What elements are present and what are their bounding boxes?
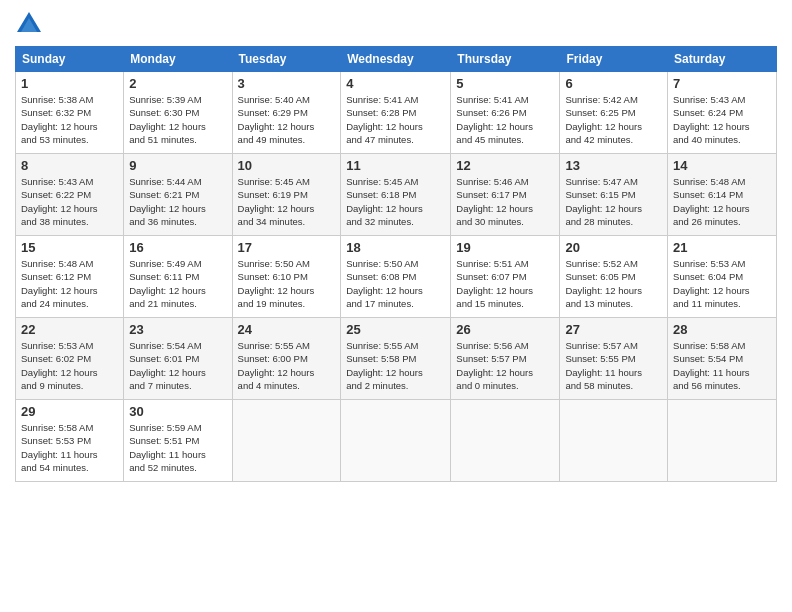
- day-info: Sunrise: 5:58 AMSunset: 5:54 PMDaylight:…: [673, 339, 771, 392]
- calendar-header-sunday: Sunday: [16, 47, 124, 72]
- calendar-cell: 16Sunrise: 5:49 AMSunset: 6:11 PMDayligh…: [124, 236, 232, 318]
- day-info: Sunrise: 5:52 AMSunset: 6:05 PMDaylight:…: [565, 257, 662, 310]
- day-info: Sunrise: 5:59 AMSunset: 5:51 PMDaylight:…: [129, 421, 226, 474]
- day-number: 28: [673, 322, 771, 337]
- calendar-cell: 15Sunrise: 5:48 AMSunset: 6:12 PMDayligh…: [16, 236, 124, 318]
- day-number: 16: [129, 240, 226, 255]
- calendar-week-3: 15Sunrise: 5:48 AMSunset: 6:12 PMDayligh…: [16, 236, 777, 318]
- calendar-week-1: 1Sunrise: 5:38 AMSunset: 6:32 PMDaylight…: [16, 72, 777, 154]
- logo: [15, 10, 47, 38]
- calendar-header-thursday: Thursday: [451, 47, 560, 72]
- day-number: 23: [129, 322, 226, 337]
- calendar-cell: 8Sunrise: 5:43 AMSunset: 6:22 PMDaylight…: [16, 154, 124, 236]
- day-number: 3: [238, 76, 336, 91]
- day-info: Sunrise: 5:50 AMSunset: 6:08 PMDaylight:…: [346, 257, 445, 310]
- day-number: 15: [21, 240, 118, 255]
- calendar-cell: 21Sunrise: 5:53 AMSunset: 6:04 PMDayligh…: [668, 236, 777, 318]
- calendar-week-2: 8Sunrise: 5:43 AMSunset: 6:22 PMDaylight…: [16, 154, 777, 236]
- day-number: 11: [346, 158, 445, 173]
- day-number: 27: [565, 322, 662, 337]
- day-number: 24: [238, 322, 336, 337]
- calendar-cell: 1Sunrise: 5:38 AMSunset: 6:32 PMDaylight…: [16, 72, 124, 154]
- day-number: 19: [456, 240, 554, 255]
- calendar-header-saturday: Saturday: [668, 47, 777, 72]
- header: [15, 10, 777, 38]
- calendar-cell: 18Sunrise: 5:50 AMSunset: 6:08 PMDayligh…: [341, 236, 451, 318]
- day-number: 12: [456, 158, 554, 173]
- day-number: 17: [238, 240, 336, 255]
- calendar-cell: 12Sunrise: 5:46 AMSunset: 6:17 PMDayligh…: [451, 154, 560, 236]
- calendar-cell: 14Sunrise: 5:48 AMSunset: 6:14 PMDayligh…: [668, 154, 777, 236]
- day-number: 9: [129, 158, 226, 173]
- calendar-header-tuesday: Tuesday: [232, 47, 341, 72]
- calendar-cell: 25Sunrise: 5:55 AMSunset: 5:58 PMDayligh…: [341, 318, 451, 400]
- calendar-cell: 13Sunrise: 5:47 AMSunset: 6:15 PMDayligh…: [560, 154, 668, 236]
- calendar-cell: 6Sunrise: 5:42 AMSunset: 6:25 PMDaylight…: [560, 72, 668, 154]
- day-info: Sunrise: 5:54 AMSunset: 6:01 PMDaylight:…: [129, 339, 226, 392]
- day-number: 18: [346, 240, 445, 255]
- calendar-cell: 22Sunrise: 5:53 AMSunset: 6:02 PMDayligh…: [16, 318, 124, 400]
- day-info: Sunrise: 5:55 AMSunset: 5:58 PMDaylight:…: [346, 339, 445, 392]
- day-number: 25: [346, 322, 445, 337]
- day-info: Sunrise: 5:45 AMSunset: 6:19 PMDaylight:…: [238, 175, 336, 228]
- logo-icon: [15, 10, 43, 38]
- day-info: Sunrise: 5:42 AMSunset: 6:25 PMDaylight:…: [565, 93, 662, 146]
- day-info: Sunrise: 5:51 AMSunset: 6:07 PMDaylight:…: [456, 257, 554, 310]
- calendar-cell: 3Sunrise: 5:40 AMSunset: 6:29 PMDaylight…: [232, 72, 341, 154]
- day-info: Sunrise: 5:45 AMSunset: 6:18 PMDaylight:…: [346, 175, 445, 228]
- day-info: Sunrise: 5:49 AMSunset: 6:11 PMDaylight:…: [129, 257, 226, 310]
- day-info: Sunrise: 5:53 AMSunset: 6:02 PMDaylight:…: [21, 339, 118, 392]
- calendar-cell: 27Sunrise: 5:57 AMSunset: 5:55 PMDayligh…: [560, 318, 668, 400]
- day-number: 13: [565, 158, 662, 173]
- calendar-table: SundayMondayTuesdayWednesdayThursdayFrid…: [15, 46, 777, 482]
- day-number: 29: [21, 404, 118, 419]
- calendar-cell: 10Sunrise: 5:45 AMSunset: 6:19 PMDayligh…: [232, 154, 341, 236]
- calendar-header-friday: Friday: [560, 47, 668, 72]
- calendar-cell: 19Sunrise: 5:51 AMSunset: 6:07 PMDayligh…: [451, 236, 560, 318]
- calendar-cell: 23Sunrise: 5:54 AMSunset: 6:01 PMDayligh…: [124, 318, 232, 400]
- calendar-cell: [560, 400, 668, 482]
- calendar-cell: 9Sunrise: 5:44 AMSunset: 6:21 PMDaylight…: [124, 154, 232, 236]
- day-info: Sunrise: 5:41 AMSunset: 6:28 PMDaylight:…: [346, 93, 445, 146]
- calendar-cell: 20Sunrise: 5:52 AMSunset: 6:05 PMDayligh…: [560, 236, 668, 318]
- calendar-header-monday: Monday: [124, 47, 232, 72]
- day-info: Sunrise: 5:43 AMSunset: 6:22 PMDaylight:…: [21, 175, 118, 228]
- day-number: 1: [21, 76, 118, 91]
- day-info: Sunrise: 5:50 AMSunset: 6:10 PMDaylight:…: [238, 257, 336, 310]
- day-number: 6: [565, 76, 662, 91]
- calendar-cell: 11Sunrise: 5:45 AMSunset: 6:18 PMDayligh…: [341, 154, 451, 236]
- calendar-cell: 5Sunrise: 5:41 AMSunset: 6:26 PMDaylight…: [451, 72, 560, 154]
- day-info: Sunrise: 5:40 AMSunset: 6:29 PMDaylight:…: [238, 93, 336, 146]
- day-info: Sunrise: 5:48 AMSunset: 6:14 PMDaylight:…: [673, 175, 771, 228]
- day-info: Sunrise: 5:58 AMSunset: 5:53 PMDaylight:…: [21, 421, 118, 474]
- day-number: 10: [238, 158, 336, 173]
- calendar-cell: [668, 400, 777, 482]
- calendar-header-wednesday: Wednesday: [341, 47, 451, 72]
- calendar-header-row: SundayMondayTuesdayWednesdayThursdayFrid…: [16, 47, 777, 72]
- day-info: Sunrise: 5:44 AMSunset: 6:21 PMDaylight:…: [129, 175, 226, 228]
- day-number: 20: [565, 240, 662, 255]
- day-number: 8: [21, 158, 118, 173]
- calendar-cell: [341, 400, 451, 482]
- day-info: Sunrise: 5:55 AMSunset: 6:00 PMDaylight:…: [238, 339, 336, 392]
- calendar-cell: [232, 400, 341, 482]
- day-info: Sunrise: 5:41 AMSunset: 6:26 PMDaylight:…: [456, 93, 554, 146]
- day-info: Sunrise: 5:38 AMSunset: 6:32 PMDaylight:…: [21, 93, 118, 146]
- day-info: Sunrise: 5:47 AMSunset: 6:15 PMDaylight:…: [565, 175, 662, 228]
- day-number: 26: [456, 322, 554, 337]
- day-number: 14: [673, 158, 771, 173]
- day-number: 4: [346, 76, 445, 91]
- calendar-cell: 4Sunrise: 5:41 AMSunset: 6:28 PMDaylight…: [341, 72, 451, 154]
- calendar-cell: 7Sunrise: 5:43 AMSunset: 6:24 PMDaylight…: [668, 72, 777, 154]
- day-info: Sunrise: 5:39 AMSunset: 6:30 PMDaylight:…: [129, 93, 226, 146]
- day-number: 22: [21, 322, 118, 337]
- day-info: Sunrise: 5:46 AMSunset: 6:17 PMDaylight:…: [456, 175, 554, 228]
- day-info: Sunrise: 5:53 AMSunset: 6:04 PMDaylight:…: [673, 257, 771, 310]
- calendar-cell: 24Sunrise: 5:55 AMSunset: 6:00 PMDayligh…: [232, 318, 341, 400]
- calendar-cell: [451, 400, 560, 482]
- day-info: Sunrise: 5:48 AMSunset: 6:12 PMDaylight:…: [21, 257, 118, 310]
- day-number: 30: [129, 404, 226, 419]
- day-info: Sunrise: 5:56 AMSunset: 5:57 PMDaylight:…: [456, 339, 554, 392]
- day-info: Sunrise: 5:43 AMSunset: 6:24 PMDaylight:…: [673, 93, 771, 146]
- calendar-cell: 26Sunrise: 5:56 AMSunset: 5:57 PMDayligh…: [451, 318, 560, 400]
